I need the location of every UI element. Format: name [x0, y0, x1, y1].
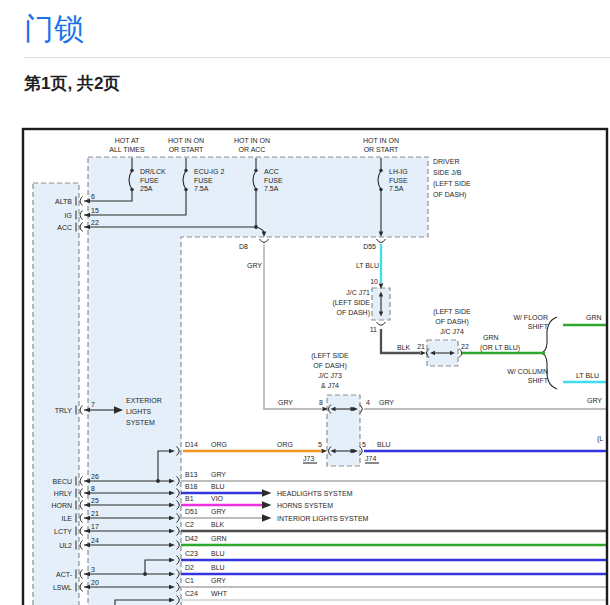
wire-color-label: BLU [211, 483, 225, 490]
fuse-rating: 7.5A [264, 185, 279, 192]
wire-color-label: ORG [211, 441, 227, 448]
connector-id: C1 [185, 577, 194, 584]
pin-number: 7 [91, 401, 95, 408]
pin-number: 21 [91, 510, 99, 517]
option-label: W/ FLOOR [513, 314, 548, 321]
wire-gry-d8 [264, 244, 322, 409]
jb-label: SIDE J/B [433, 169, 462, 176]
jc-label: (LEFT SIDE [433, 308, 471, 316]
power-label: HOT IN ON [363, 137, 399, 144]
pin-number: 6 [91, 193, 95, 200]
fuse-name: ACC [264, 168, 279, 175]
connector-id: D55 [363, 243, 376, 250]
system-label: SYSTEM [126, 419, 155, 426]
pin-number: 5 [318, 441, 322, 448]
wire-color-label: BLU [377, 441, 391, 448]
wire-color-label: GRN [586, 314, 602, 321]
pin-number: 3 [91, 566, 95, 573]
jc-label: OF DASH) [313, 362, 346, 370]
wire-color-label: LT BLU [356, 262, 379, 269]
connector-id: D14 [185, 441, 198, 448]
jc-label: & J74 [321, 382, 339, 389]
pin-number: 4 [366, 399, 370, 406]
pin-name: IG [65, 212, 72, 219]
connector-id: D2 [185, 564, 194, 571]
connector-id: C2 [185, 521, 194, 528]
cutoff-note: (L [597, 435, 603, 443]
pin-number: 11 [370, 326, 377, 333]
pin-name: BECU [53, 478, 72, 485]
system-label: INTERIOR LIGHTS SYSTEM [277, 515, 369, 522]
jc-id-underlined: J73 [303, 455, 314, 462]
pin-number: 22 [91, 219, 99, 226]
pin-number: 25 [91, 497, 99, 504]
fuse-word: FUSE [264, 177, 283, 184]
wire-color-label: (OR LT BLU) [480, 344, 520, 352]
jc-label: (LEFT SIDE [332, 299, 370, 307]
wire-color-label: VIO [211, 495, 224, 502]
system-label: LIGHTS [126, 408, 152, 415]
pin-name: TRLY [55, 407, 73, 414]
connector-id: C23 [185, 550, 198, 557]
jc-label: OF DASH) [435, 318, 468, 326]
power-label: HOT AT [115, 137, 140, 144]
jc-label: J/C J73 [318, 372, 342, 379]
power-label: HOT IN ON [234, 137, 270, 144]
pin-number: 15 [91, 207, 99, 214]
wire-color-label: GRY [278, 399, 293, 406]
pin-name: ILE [61, 515, 72, 522]
jc-j73-j74-box [327, 395, 360, 466]
pin-number: 21 [417, 343, 425, 350]
wire-color-label: GRN [211, 535, 227, 542]
left-connector-box [33, 183, 79, 605]
pin-number: 5 [362, 441, 366, 448]
power-label: ALL TIMES [109, 146, 145, 153]
pin-name: ACT- [56, 571, 73, 578]
jc-id-underlined: J74 [365, 455, 376, 462]
pin-name: HORN [51, 502, 72, 509]
jc-label: (LEFT SIDE [311, 352, 349, 360]
wire-color-label: GRY [379, 399, 394, 406]
power-label: OR START [364, 146, 399, 153]
pin-number: 10 [370, 278, 378, 285]
option-label: W/ COLUMN [507, 368, 548, 375]
wire-color-label: BLU [211, 564, 225, 571]
pin-number: 24 [91, 537, 99, 544]
wire-color-label: GRY [211, 471, 226, 478]
pin-number: 8 [91, 485, 95, 492]
power-label: HOT IN ON [168, 137, 204, 144]
pin-name: ACC [57, 224, 72, 231]
fuse-word: FUSE [389, 177, 408, 184]
system-label: HEADLIGHTS SYSTEM [277, 490, 353, 497]
system-label: EXTERIOR [126, 397, 162, 404]
junction-block-box [88, 157, 428, 605]
pin-name: ALTB [55, 198, 72, 205]
fuse-rating: 25A [140, 185, 153, 192]
door-lock-wiring-page: 门锁 第1页, 共2页 [0, 0, 610, 605]
power-source-labels: HOT AT ALL TIMES HOT IN ON OR START HOT … [109, 137, 399, 153]
pin-name: HRLY [54, 490, 72, 497]
connector-id: D42 [185, 535, 198, 542]
wire-color-label: ORG [277, 441, 293, 448]
wire-color-label: GRY [211, 577, 226, 584]
wire-color-label: GRY [587, 397, 602, 404]
pin-name: LSWL [53, 584, 72, 591]
wire-color-label: BLK [211, 521, 225, 528]
jc-label: J/C J71 [346, 289, 370, 296]
junction-block-label: DRIVER SIDE J/B (LEFT SIDE OF DASH) [433, 158, 471, 199]
jc-label: J/C J74 [440, 328, 464, 335]
fuse-word: FUSE [140, 177, 159, 184]
option-label: SHIFT [528, 323, 549, 330]
wire-color-label: GRY [211, 508, 226, 515]
pin-number: 22 [461, 343, 469, 350]
jb-label: (LEFT SIDE [433, 180, 471, 188]
connector-id: C24 [185, 590, 198, 597]
jc-label: OF DASH) [337, 309, 370, 317]
pin-name: UL2 [59, 542, 72, 549]
pin-number: 17 [91, 523, 99, 530]
wire-color-label: BLU [211, 550, 225, 557]
fuse-name: LH-IG [389, 168, 408, 175]
fuse-word: FUSE [194, 177, 213, 184]
option-label: SHIFT [528, 377, 549, 384]
wire-color-label: BLK [397, 344, 411, 351]
